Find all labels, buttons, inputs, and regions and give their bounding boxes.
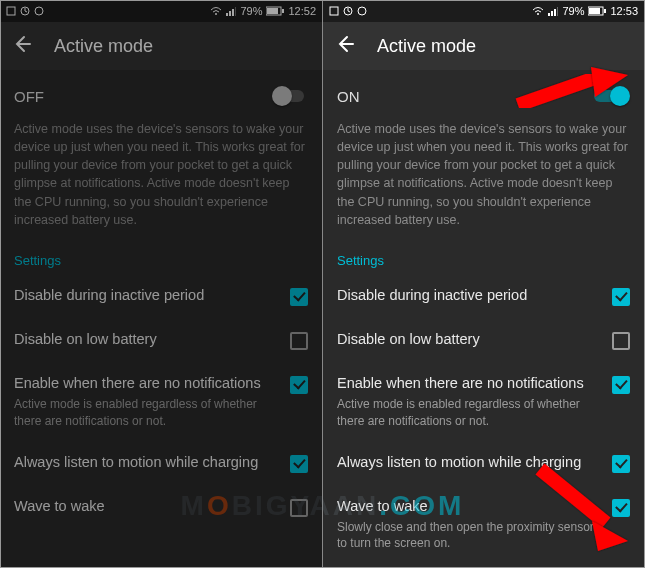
setting-label: Always listen to motion while charging	[14, 453, 278, 473]
back-icon[interactable]	[12, 34, 32, 58]
setting-disable-inactive[interactable]: Disable during inactive period	[0, 274, 322, 318]
setting-label: Wave to wake Slowly close and then open …	[337, 497, 600, 552]
screen-right: 79% 12:53 Active mode ON Active mode use…	[322, 0, 644, 568]
app-header: Active mode	[0, 22, 322, 70]
setting-enable-no-notifications[interactable]: Enable when there are no notifications A…	[0, 362, 322, 441]
checkbox-icon[interactable]	[290, 376, 308, 394]
svg-rect-15	[548, 13, 550, 16]
setting-label: Enable when there are no notifications A…	[337, 374, 600, 429]
svg-point-2	[35, 7, 43, 15]
svg-rect-5	[229, 11, 231, 16]
battery-icon	[588, 6, 606, 16]
content: OFF Active mode uses the device's sensor…	[0, 70, 322, 529]
svg-rect-11	[330, 7, 338, 15]
svg-rect-0	[7, 7, 15, 15]
status-left-icons	[6, 6, 44, 16]
svg-rect-16	[551, 11, 553, 16]
setting-label: Enable when there are no notifications A…	[14, 374, 278, 429]
svg-rect-7	[235, 7, 236, 16]
signal-icon	[548, 6, 558, 16]
setting-label: Disable on low battery	[14, 330, 278, 350]
svg-rect-10	[282, 9, 284, 13]
svg-point-13	[358, 7, 366, 15]
status-left-icons	[329, 6, 367, 16]
svg-rect-4	[226, 13, 228, 16]
sim-icon	[6, 6, 16, 16]
status-right: 79% 12:52	[210, 5, 316, 17]
setting-subtitle: Active mode is enabled regardless of whe…	[337, 396, 600, 428]
setting-wave-to-wake[interactable]: Wave to wake Slowly close and then open …	[323, 485, 644, 564]
toggle-switch[interactable]	[594, 86, 630, 106]
whatsapp-icon	[357, 6, 367, 16]
svg-point-14	[537, 13, 539, 15]
checkbox-icon[interactable]	[612, 332, 630, 350]
setting-subtitle: Active mode is enabled regardless of whe…	[14, 396, 278, 428]
svg-rect-21	[604, 9, 606, 13]
master-toggle-row[interactable]: OFF	[0, 70, 322, 120]
section-label: Settings	[323, 243, 644, 274]
setting-title: Enable when there are no notifications	[14, 374, 278, 394]
checkbox-icon[interactable]	[612, 499, 630, 517]
clock-text: 12:52	[288, 5, 316, 17]
app-header: Active mode	[323, 22, 644, 70]
wifi-icon	[532, 6, 544, 16]
wifi-icon	[210, 6, 222, 16]
checkbox-icon[interactable]	[290, 332, 308, 350]
toggle-label: OFF	[14, 88, 44, 105]
setting-listen-motion-charging[interactable]: Always listen to motion while charging	[323, 441, 644, 485]
status-bar: 79% 12:52	[0, 0, 322, 22]
status-right: 79% 12:53	[532, 5, 638, 17]
checkbox-icon[interactable]	[612, 288, 630, 306]
svg-rect-20	[589, 8, 600, 14]
setting-disable-inactive[interactable]: Disable during inactive period	[323, 274, 644, 318]
toggle-label: ON	[337, 88, 360, 105]
signal-icon	[226, 6, 236, 16]
setting-subtitle: Slowly close and then open the proximity…	[337, 519, 600, 551]
setting-label: Disable during inactive period	[337, 286, 600, 306]
content: ON Active mode uses the device's sensors…	[323, 70, 644, 564]
sim-icon	[329, 6, 339, 16]
whatsapp-icon	[34, 6, 44, 16]
clock-text: 12:53	[610, 5, 638, 17]
toggle-switch[interactable]	[272, 86, 308, 106]
setting-listen-motion-charging[interactable]: Always listen to motion while charging	[0, 441, 322, 485]
master-toggle-row[interactable]: ON	[323, 70, 644, 120]
svg-rect-17	[554, 9, 556, 16]
setting-enable-no-notifications[interactable]: Enable when there are no notifications A…	[323, 362, 644, 441]
setting-label: Always listen to motion while charging	[337, 453, 600, 473]
page-title: Active mode	[377, 36, 476, 57]
setting-label: Wave to wake	[14, 497, 278, 517]
feature-description: Active mode uses the device's sensors to…	[323, 120, 644, 243]
checkbox-icon[interactable]	[290, 499, 308, 517]
setting-label: Disable during inactive period	[14, 286, 278, 306]
sync-icon	[20, 6, 30, 16]
setting-title: Enable when there are no notifications	[337, 374, 600, 394]
svg-rect-18	[557, 7, 558, 16]
setting-wave-to-wake[interactable]: Wave to wake	[0, 485, 322, 529]
checkbox-icon[interactable]	[612, 376, 630, 394]
setting-disable-low-battery[interactable]: Disable on low battery	[0, 318, 322, 362]
svg-point-3	[215, 13, 217, 15]
checkbox-icon[interactable]	[290, 288, 308, 306]
screen-left: 79% 12:52 Active mode OFF Active mode us…	[0, 0, 322, 568]
setting-label: Disable on low battery	[337, 330, 600, 350]
setting-title: Wave to wake	[337, 497, 600, 517]
checkbox-icon[interactable]	[290, 455, 308, 473]
page-title: Active mode	[54, 36, 153, 57]
back-icon[interactable]	[335, 34, 355, 58]
feature-description: Active mode uses the device's sensors to…	[0, 120, 322, 243]
svg-rect-6	[232, 9, 234, 16]
battery-percent: 79%	[240, 5, 262, 17]
status-bar: 79% 12:53	[323, 0, 644, 22]
setting-disable-low-battery[interactable]: Disable on low battery	[323, 318, 644, 362]
checkbox-icon[interactable]	[612, 455, 630, 473]
svg-rect-9	[267, 8, 278, 14]
sync-icon	[343, 6, 353, 16]
battery-percent: 79%	[562, 5, 584, 17]
battery-icon	[266, 6, 284, 16]
section-label: Settings	[0, 243, 322, 274]
